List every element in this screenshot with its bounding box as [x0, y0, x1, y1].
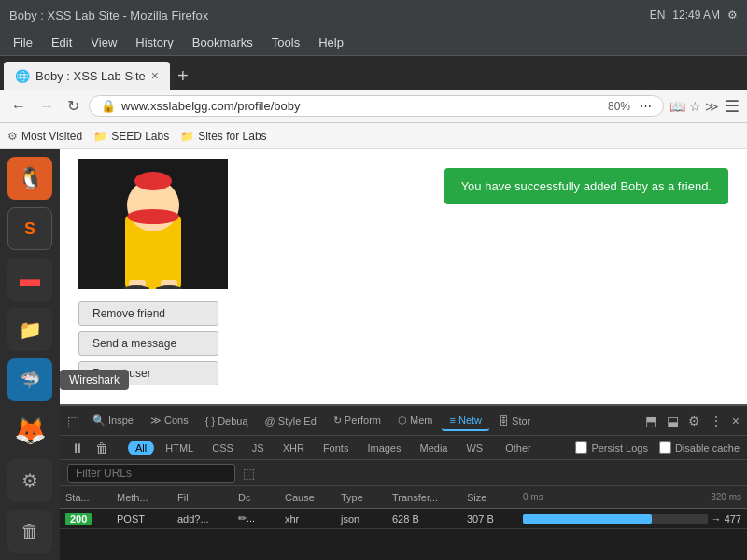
bookmark-most-visited-label: Most Visited	[21, 130, 82, 143]
devtools-tab-memory[interactable]: ⬡ Mem	[390, 411, 441, 430]
td-size: 307 B	[461, 513, 517, 525]
filter-media[interactable]: Media	[412, 441, 455, 455]
devtools-close-icon[interactable]: ×	[728, 412, 743, 430]
th-timeline-start: 0 ms	[523, 492, 543, 502]
devtools-settings-icon[interactable]: ⚙	[684, 412, 704, 430]
back-button[interactable]: ←	[7, 96, 30, 117]
network-pause-button[interactable]: ⏸	[67, 439, 88, 457]
devtools-dock-icon[interactable]: ⬒	[641, 412, 661, 430]
profile-image	[78, 159, 228, 289]
title-bar-title: Boby : XSS Lab Site - Mozilla Firefox	[9, 8, 208, 22]
bookmark-sites-for-labs[interactable]: 📁 Sites for Labs	[180, 130, 266, 143]
settings-icon[interactable]: ⚙	[727, 8, 738, 21]
menu-history[interactable]: History	[126, 32, 182, 53]
devtools: ⬚ 🔍 Inspe ≫ Cons { } Debuą @ Style Ed ↻ …	[60, 404, 747, 560]
new-tab-button[interactable]: +	[170, 62, 196, 90]
bookmark-most-visited[interactable]: ⚙ Most Visited	[7, 130, 82, 143]
more-icon[interactable]: ⋯	[640, 99, 652, 113]
disable-cache-checkbox[interactable]	[659, 441, 671, 454]
sidebar-folder[interactable]: 📁	[7, 308, 52, 351]
th-method: Meth...	[111, 492, 172, 503]
th-domain: Dc	[233, 492, 279, 503]
disable-cache-label[interactable]: Disable cache	[659, 441, 740, 454]
th-file: Fil	[172, 492, 233, 503]
filter-xhr[interactable]: XHR	[275, 441, 312, 455]
td-domain: ✏...	[233, 512, 279, 525]
sidebar-trash[interactable]: 🗑	[7, 510, 52, 553]
devtools-undock-icon[interactable]: ⬓	[663, 412, 683, 430]
more-tools-icon[interactable]: ≫	[705, 99, 719, 114]
menu-help[interactable]: Help	[309, 32, 353, 53]
devtools-toolbar: ⬚ 🔍 Inspe ≫ Cons { } Debuą @ Style Ed ↻ …	[60, 406, 747, 436]
zoom-level: 80%	[608, 100, 630, 113]
filter-css[interactable]: CSS	[204, 441, 241, 455]
td-type: json	[335, 513, 387, 525]
td-method: POST	[111, 513, 172, 525]
bookmarks-bar: ⚙ Most Visited 📁 SEED Labs 📁 Sites for L…	[0, 123, 747, 149]
devtools-tab-storage[interactable]: 🗄 Stor	[491, 412, 538, 430]
network-type-filter-bar: ⏸ 🗑 All HTML CSS JS XHR Fonts Images Med…	[60, 436, 747, 460]
devtools-tab-network[interactable]: ≡ Netw	[442, 411, 489, 431]
network-clear-button[interactable]: 🗑	[92, 439, 112, 457]
td-file: add?...	[172, 513, 233, 525]
bookmark-sites-for-labs-label: Sites for Labs	[198, 130, 266, 143]
sidebar-firefox[interactable]: 🦊	[7, 409, 52, 452]
tab-favicon: 🌐	[15, 69, 30, 83]
sidebar-wireshark[interactable]: 🦈 Wireshark	[7, 358, 52, 401]
url-bar[interactable]: 🔒 www.xsslabelgg.com/profile/boby 80% ⋯	[89, 95, 664, 117]
refresh-button[interactable]: ↻	[63, 95, 83, 117]
remove-friend-button[interactable]: Remove friend	[78, 301, 218, 326]
devtools-tab-style[interactable]: @ Style Ed	[258, 412, 324, 430]
devtools-inspect-toggle[interactable]: ⬚	[63, 412, 83, 430]
filter-images[interactable]: Images	[359, 441, 408, 455]
tab-active[interactable]: 🌐 Boby : XSS Lab Site ×	[4, 62, 170, 90]
devtools-tab-debugger[interactable]: { } Debuą	[198, 412, 256, 430]
filter-camera-icon[interactable]: ⬚	[243, 466, 255, 481]
star-icon: ⚙	[7, 130, 18, 143]
sidebar-ubuntu[interactable]: 🐧	[7, 157, 52, 200]
send-message-button[interactable]: Send a message	[78, 331, 218, 356]
hamburger-menu[interactable]: ☰	[725, 96, 740, 117]
menu-tools[interactable]: Tools	[262, 32, 309, 53]
devtools-tab-inspector[interactable]: 🔍 Inspe	[85, 411, 141, 430]
title-bar: Boby : XSS Lab Site - Mozilla Firefox EN…	[0, 0, 747, 30]
filter-html[interactable]: HTML	[158, 441, 201, 455]
forward-button[interactable]: →	[35, 96, 58, 117]
sublime-icon: S	[24, 219, 35, 239]
persist-logs-label[interactable]: Persist Logs	[575, 441, 648, 454]
style-icon: @	[265, 415, 275, 427]
th-size: Size	[461, 492, 517, 503]
sidebar-terminal[interactable]: ▬	[7, 258, 52, 301]
bookmark-seed-labs[interactable]: 📁 SEED Labs	[93, 130, 169, 143]
filter-all[interactable]: All	[128, 441, 154, 455]
menu-edit[interactable]: Edit	[42, 32, 81, 53]
menu-file[interactable]: File	[4, 32, 42, 53]
sidebar-sublime[interactable]: S	[7, 207, 52, 250]
menu-view[interactable]: View	[81, 32, 126, 53]
time-display: 12:49 AM	[672, 8, 720, 21]
sidebar-settings[interactable]: ⚙	[7, 459, 52, 502]
reader-icon[interactable]: 📖	[669, 99, 685, 114]
trash-icon: 🗑	[21, 521, 39, 542]
menu-bookmarks[interactable]: Bookmarks	[183, 32, 262, 53]
filter-ws[interactable]: WS	[458, 441, 490, 455]
lock-icon: 🔒	[101, 99, 116, 113]
devtools-tab-performance[interactable]: ↻ Perform	[326, 411, 388, 430]
th-status: Sta...	[60, 492, 111, 503]
persist-logs-checkbox[interactable]	[575, 441, 587, 454]
filter-js[interactable]: JS	[245, 441, 272, 455]
menu-bar: File Edit View History Bookmarks Tools H…	[0, 30, 747, 56]
timeline-arrow: → 477	[712, 513, 741, 525]
address-bar: ← → ↻ 🔒 www.xsslabelgg.com/profile/boby …	[0, 90, 747, 123]
lang-indicator: EN	[650, 8, 666, 21]
devtools-tab-console[interactable]: ≫ Cons	[143, 411, 196, 430]
filter-url-input[interactable]	[67, 464, 235, 483]
table-row[interactable]: 200 POST add?... ✏... xhr json 628 B 307…	[60, 509, 747, 529]
th-transfer: Transfer...	[387, 492, 461, 503]
filter-fonts[interactable]: Fonts	[316, 441, 357, 455]
tab-close-button[interactable]: ×	[151, 68, 159, 83]
bookmark-star-icon[interactable]: ☆	[689, 99, 701, 114]
devtools-more-icon[interactable]: ⋮	[706, 412, 726, 430]
address-icons: 📖 ☆ ≫	[669, 99, 719, 114]
filter-other[interactable]: Other	[498, 441, 539, 455]
